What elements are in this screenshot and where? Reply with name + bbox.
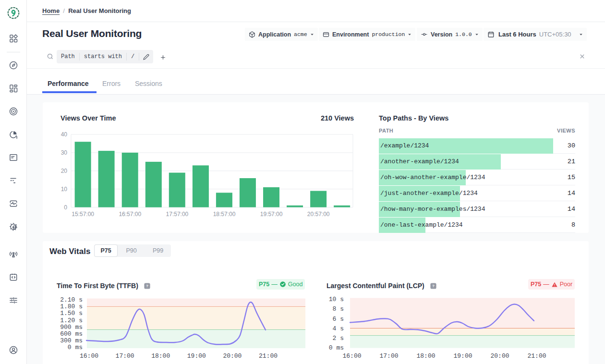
svg-text:2.10 s: 2.10 s xyxy=(60,296,83,303)
svg-text:1.80 s: 1.80 s xyxy=(60,303,83,310)
svg-text:20:00: 20:00 xyxy=(223,352,242,360)
svg-text:18:00: 18:00 xyxy=(151,352,170,360)
svg-text:4 s: 4 s xyxy=(333,325,344,332)
svg-text:300 ms: 300 ms xyxy=(60,337,83,344)
svg-text:16:00: 16:00 xyxy=(80,352,98,360)
svg-text:21:00: 21:00 xyxy=(527,352,546,360)
svg-text:6 s: 6 s xyxy=(333,315,344,323)
svg-text:20:00: 20:00 xyxy=(490,352,509,360)
svg-text:10 s: 10 s xyxy=(329,296,344,303)
svg-text:0 ms: 0 ms xyxy=(68,344,83,351)
svg-text:0 ms: 0 ms xyxy=(329,344,344,352)
svg-text:19:00: 19:00 xyxy=(187,352,206,360)
svg-text:18:00: 18:00 xyxy=(416,352,435,360)
svg-text:16:00: 16:00 xyxy=(342,352,361,360)
svg-text:1.50 s: 1.50 s xyxy=(60,310,83,317)
svg-text:2 s: 2 s xyxy=(333,335,344,342)
svg-text:17:00: 17:00 xyxy=(379,352,398,360)
svg-text:1.20 s: 1.20 s xyxy=(60,317,83,324)
svg-text:900 ms: 900 ms xyxy=(60,324,83,331)
svg-text:19:00: 19:00 xyxy=(453,352,472,360)
svg-text:600 ms: 600 ms xyxy=(60,330,83,338)
svg-text:17:00: 17:00 xyxy=(116,352,134,360)
svg-text:21:00: 21:00 xyxy=(259,352,278,360)
svg-text:8 s: 8 s xyxy=(333,305,344,313)
